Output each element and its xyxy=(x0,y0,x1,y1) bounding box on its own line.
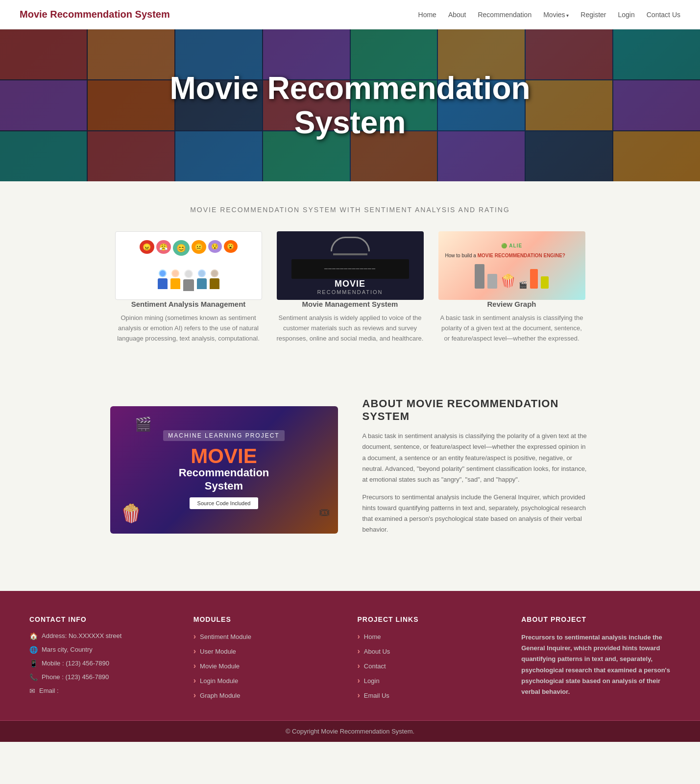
contact-mobile-text: Mobile : (123) 456-7890 xyxy=(42,660,109,667)
home-icon: 🏠 xyxy=(29,632,38,640)
about-section: MACHINE LEARNING PROJECT MOVIE Recommend… xyxy=(81,373,620,566)
phone-icon: 📞 xyxy=(29,673,38,681)
footer-contact-address: 🏠 Address: No.XXXXXX street xyxy=(29,632,179,640)
popcorn-icon: 🍿 xyxy=(120,503,142,524)
nav-recommendation[interactable]: Recommendation xyxy=(478,11,531,19)
link-contact[interactable]: Contact xyxy=(358,662,507,670)
nav-links: Home About Recommendation Movies Registe… xyxy=(418,10,680,19)
module-login[interactable]: Login Module xyxy=(193,676,343,685)
link-home[interactable]: Home xyxy=(358,632,507,641)
link-email[interactable]: Email Us xyxy=(358,691,507,700)
about-img-badge: MACHINE LEARNING PROJECT xyxy=(163,430,284,441)
about-para2: Precursors to sentimental analysis inclu… xyxy=(362,492,590,535)
footer-links-title: PROJECT LINKS xyxy=(358,615,507,623)
module-user[interactable]: User Module xyxy=(193,647,343,656)
about-img-title-white: RecommendationSystem xyxy=(163,466,284,492)
brand-link[interactable]: Movie Recommendation System xyxy=(20,9,170,20)
cinema-arc xyxy=(331,237,370,251)
feature-title-sentiment: Sentiment Analysis Management xyxy=(115,300,262,308)
movie-rec-title: MOVIE xyxy=(335,279,365,289)
hero-title-line2: System xyxy=(294,105,406,140)
footer-contact-list: 🏠 Address: No.XXXXXX street 🌐 Mars city,… xyxy=(29,632,179,695)
hero-title-line1: Movie Recommendation xyxy=(169,71,530,106)
footer-modules-title: MODULES xyxy=(193,615,343,623)
footer-copyright: © Copyright Movie Recommendation System. xyxy=(0,720,700,742)
footer-grid: CONTACT INFO 🏠 Address: No.XXXXXX street… xyxy=(29,615,671,706)
contact-email-text: Email : xyxy=(39,687,59,694)
movie-rec-subtitle: RECOMMENDATION xyxy=(317,289,383,295)
footer-contact: CONTACT INFO 🏠 Address: No.XXXXXX street… xyxy=(29,615,179,706)
feature-card-review: 🟢 ALIE How to build a MOVIE RECOMMENDATI… xyxy=(438,231,585,343)
footer-contact-phone: 📞 Phone : (123) 456-7890 xyxy=(29,673,179,681)
feature-card-sentiment: 😠 😤 😊 😐 😯 😮 xyxy=(115,231,262,343)
copyright-text: © Copyright Movie Recommendation System. xyxy=(286,728,414,735)
about-image-overlay: MACHINE LEARNING PROJECT MOVIE Recommend… xyxy=(153,420,294,519)
footer-modules: MODULES Sentiment Module User Module Mov… xyxy=(193,615,343,706)
feature-desc-sentiment: Opinion mining (sometimes known as senti… xyxy=(115,313,262,343)
hero-section: Movie Recommendation System xyxy=(0,29,700,181)
about-content: ABOUT MOVIE RECOMMENDATION SYSTEM A basi… xyxy=(362,397,590,542)
about-wrapper: MACHINE LEARNING PROJECT MOVIE Recommend… xyxy=(0,368,700,591)
nav-movies[interactable]: Movies xyxy=(543,11,569,19)
footer: CONTACT INFO 🏠 Address: No.XXXXXX street… xyxy=(0,591,700,742)
about-title: ABOUT MOVIE RECOMMENDATION SYSTEM xyxy=(362,397,590,423)
footer-links-list: Home About Us Contact Login Email Us xyxy=(358,632,507,700)
feature-desc-review: A basic task in sentiment analysis is cl… xyxy=(438,313,585,343)
about-image-wrapper: MACHINE LEARNING PROJECT MOVIE Recommend… xyxy=(110,406,338,534)
features-grid: 😠 😤 😊 😐 😯 😮 xyxy=(115,231,585,343)
nav-about[interactable]: About xyxy=(448,11,466,19)
footer-about-project: ABOUT PROJECT Precursors to sentimental … xyxy=(521,615,671,706)
nav-home[interactable]: Home xyxy=(418,11,436,19)
link-login[interactable]: Login xyxy=(358,676,507,685)
mobile-icon: 📱 xyxy=(29,660,38,667)
features-section: MOVIE RECOMMENDATION SYSTEM WITH SENTIME… xyxy=(0,181,700,368)
link-about[interactable]: About Us xyxy=(358,647,507,656)
nav-register[interactable]: Register xyxy=(580,11,606,19)
film-icon: 🎬 xyxy=(135,416,152,432)
footer-contact-mobile: 📱 Mobile : (123) 456-7890 xyxy=(29,660,179,667)
module-movie[interactable]: Movie Module xyxy=(193,662,343,670)
feature-card-movie: ───────────── MOVIE RECOMMENDATION Movie… xyxy=(277,231,424,343)
about-source-btn[interactable]: Source Code Included xyxy=(190,497,259,509)
footer-project-links: PROJECT LINKS Home About Us Contact Logi… xyxy=(358,615,507,706)
feature-title-movie: Movie Management System xyxy=(277,300,424,308)
nav-contact[interactable]: Contact Us xyxy=(647,11,680,19)
footer-contact-email: ✉ Email : xyxy=(29,687,179,695)
contact-city-text: Mars city, Country xyxy=(42,646,93,653)
email-icon: ✉ xyxy=(29,687,35,695)
review-image: 🟢 ALIE How to build a MOVIE RECOMMENDATI… xyxy=(438,231,585,300)
footer-about-text: Precursors to sentimental analysis inclu… xyxy=(521,632,671,697)
ticket-icon: 🎟 xyxy=(319,505,331,519)
module-graph[interactable]: Graph Module xyxy=(193,691,343,700)
feature-desc-movie: Sentiment analysis is widely applied to … xyxy=(277,313,424,343)
footer-contact-title: CONTACT INFO xyxy=(29,615,179,623)
movie-image: ───────────── MOVIE RECOMMENDATION xyxy=(277,231,424,300)
globe-icon: 🌐 xyxy=(29,646,38,654)
sentiment-image: 😠 😤 😊 😐 😯 😮 xyxy=(115,231,262,300)
footer-contact-city: 🌐 Mars city, Country xyxy=(29,646,179,654)
hero-content: Movie Recommendation System xyxy=(169,71,530,140)
contact-address-text: Address: No.XXXXXX street xyxy=(42,632,121,639)
about-img-title-orange: MOVIE xyxy=(163,446,284,466)
nav-login[interactable]: Login xyxy=(618,11,634,19)
about-para1: A basic task in sentiment analysis is cl… xyxy=(362,431,590,485)
hero-title: Movie Recommendation System xyxy=(169,71,530,140)
footer-about-title: ABOUT PROJECT xyxy=(521,615,671,623)
module-sentiment[interactable]: Sentiment Module xyxy=(193,632,343,641)
footer-modules-list: Sentiment Module User Module Movie Modul… xyxy=(193,632,343,700)
features-subtitle: MOVIE RECOMMENDATION SYSTEM WITH SENTIME… xyxy=(29,206,671,214)
feature-title-review: Review Graph xyxy=(438,300,585,308)
contact-phone-text: Phone : (123) 456-7890 xyxy=(42,673,109,681)
navbar: Movie Recommendation System Home About R… xyxy=(0,0,700,29)
